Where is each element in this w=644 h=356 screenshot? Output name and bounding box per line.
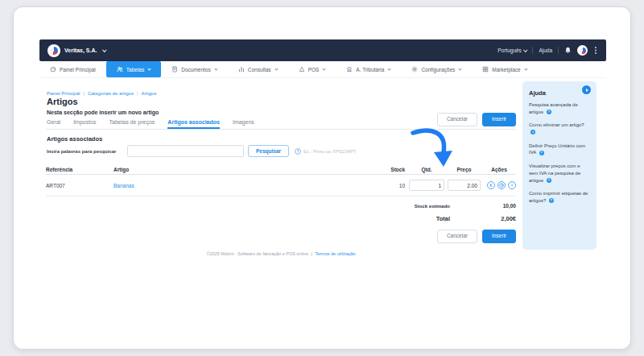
documents-icon [171,66,178,72]
nav-label: Configurações [421,67,455,72]
nav-item-marketplace[interactable]: Marketplace [472,61,537,77]
nav-label: Tabelas [126,67,144,72]
tax-authority-icon [346,66,353,72]
search-button[interactable]: Pesquisar [248,145,289,157]
nav-label: A. Tributária [356,67,384,72]
associated-articles-table: Referência Artigo Stock Qtd. Preço Ações… [46,164,516,197]
search-label: Insira palavras para pesquisar [47,149,127,154]
section-title: Artigos associados [47,135,102,143]
chevron-down-icon [388,67,391,70]
nav-item-documentos[interactable]: Documentos [161,61,228,77]
user-avatar[interactable] [577,45,588,56]
reports-icon [238,66,245,72]
row-qty-cell [407,180,446,191]
question-icon: ? [547,178,551,183]
nav-item-a-tributaria[interactable]: A. Tributária [336,61,401,77]
play-button[interactable] [582,85,591,94]
chevron-down-icon [103,48,107,52]
col-preco: Preço [446,167,482,172]
table-header: Referência Artigo Stock Qtd. Preço Ações [46,164,516,175]
main-nav: Painel Principal Tabelas Documentos Cons… [39,61,606,78]
nav-item-consultas[interactable]: Consultas [228,61,288,77]
help-panel-title: Ajuda [529,89,590,97]
nav-label: POS [308,67,320,72]
nav-item-painel-principal[interactable]: Painel Principal [39,61,106,77]
breadcrumb: Painel Principal | Categorias de artigos… [47,91,156,96]
col-referencia: Referência [46,167,114,172]
insert-button[interactable]: Inserir [482,230,516,243]
question-icon: ? [549,198,554,203]
col-artigo: Artigo [114,167,371,172]
search-hint-text: Ex.: Pneu ou XPS234PT [303,149,357,154]
top-actions: Cancelar Inserir [46,113,516,126]
chevron-down-icon [459,67,462,70]
topbar-right: Português Ajuda [497,45,598,56]
footer: ©2025 Moloni - Software de faturação e P… [46,251,516,256]
language-selector[interactable]: Português [497,48,526,53]
kebab-menu-icon[interactable] [595,47,597,48]
qty-input[interactable] [409,180,444,191]
nav-label: Painel Principal [60,67,96,72]
breadcrumb-item[interactable]: Categorias de artigos [88,91,134,96]
footer-copyright: ©2025 Moloni - Software de faturação e P… [206,251,308,256]
stock-estimate-row: Stock estimado 10,00 [368,203,516,209]
tables-icon [117,66,123,72]
language-label: Português [497,48,522,53]
chevron-down-icon [148,67,151,70]
pos-icon [299,66,305,72]
notifications-button[interactable] [564,47,572,54]
nav-item-pos[interactable]: POS [288,61,336,77]
app-window: Veritas, S.A. Português Ajuda Painel Pri… [13,6,631,350]
total-value: 2,00€ [450,215,516,222]
stock-estimate-value: 10,00 [450,203,516,209]
dashboard-icon [50,66,56,72]
help-link-advanced-search[interactable]: Pesquisa avançada de artigos ? [529,101,590,115]
help-link-unit-price-vat[interactable]: Definir Preço Unitário com IVA ? [529,143,590,156]
company-logo [47,44,60,57]
article-link[interactable]: Bananas [114,183,134,188]
help-link-label: Como imprimir etiquetas de artigos? [529,191,588,203]
price-input[interactable] [448,180,481,191]
chevron-down-icon [275,67,278,70]
nav-label: Documentos [181,67,211,72]
chevron-down-icon [523,48,527,52]
total-label: Total [368,215,450,222]
table-row: ART007 Bananas 10 € × [46,175,516,197]
bell-icon [564,47,572,54]
question-icon: ? [539,151,544,155]
help-link[interactable]: Ajuda [539,48,552,53]
topbar: Veritas, S.A. Português Ajuda [39,39,606,61]
nav-item-configuracoes[interactable]: Configurações [401,61,472,77]
help-link-label: Visualizar preços com e sem IVA na pesqu… [529,164,580,182]
insert-button[interactable]: Inserir [482,113,516,126]
help-link-prices-with-without-vat[interactable]: Visualizar preços com e sem IVA na pesqu… [529,163,590,184]
search-input[interactable] [127,145,244,157]
history-icon[interactable] [497,181,506,189]
help-link-delete-article[interactable]: Como eliminar um artigo? ? [529,122,590,135]
terms-link[interactable]: Termos de utilização [315,251,355,256]
help-link-label: Como eliminar um artigo? [529,122,584,127]
row-stock: 10 [371,183,407,188]
bottom-actions: Cancelar Inserir [46,230,516,243]
breadcrumb-separator: | [137,91,138,96]
breadcrumb-separator: | [83,91,85,96]
row-actions: € × [482,181,516,189]
help-panel: Ajuda Pesquisa avançada de artigos ? Com… [522,81,597,250]
nav-item-tabelas[interactable]: Tabelas [106,61,161,77]
cancel-button[interactable]: Cancelar [437,230,477,243]
breadcrumb-item[interactable]: Painel Principal [47,91,80,96]
row-article: Bananas [114,183,371,188]
nav-label: Marketplace [492,67,520,72]
nav-label: Consultas [248,67,271,72]
company-selector[interactable]: Veritas, S.A. [47,44,106,57]
help-link-print-labels[interactable]: Como imprimir etiquetas de artigos? ? [529,190,590,204]
remove-icon[interactable]: × [508,181,516,189]
euro-icon[interactable]: € [487,181,495,189]
breadcrumb-item[interactable]: Artigos [142,91,157,96]
col-qtd: Qtd. [407,167,446,172]
cancel-button[interactable]: Cancelar [437,113,477,126]
question-icon: ? [530,130,535,135]
help-link-label: Definir Preço Unitário com IVA [529,143,585,155]
play-icon [586,89,588,92]
question-icon: ? [295,148,301,155]
